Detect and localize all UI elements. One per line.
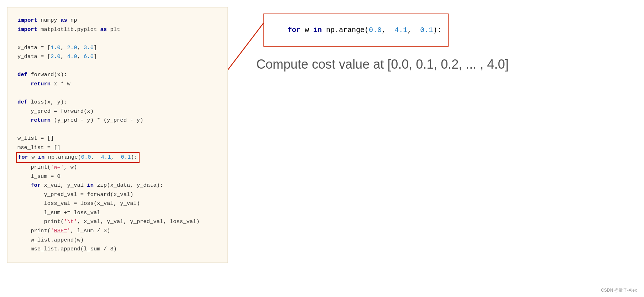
code-line-7: def forward(x): [17,70,218,80]
code-line-11: y_pred = forward(x) [17,107,218,116]
watermark: CSDN @量子-Alex [601,287,637,293]
code-line-10: def loss(x, y): [17,98,218,107]
code-line-21: loss_val = loss(x_val, y_val) [17,199,218,208]
code-line-5: y_data = [2.0, 4.0, 6.0] [17,52,218,62]
code-line-4: x_data = [1.0, 2.0, 3.0] [17,43,218,53]
code-line-15: mse_list = [] [17,143,218,153]
code-line-19: for x_val, y_val in zip(x_data, y_data): [17,181,218,190]
callout-box: for w in np.arange(0.0, 4.1, 0.1): [263,14,449,47]
code-line-22: l_sum += loss_val [17,208,218,218]
code-line-14: w_list = [] [17,134,218,143]
code-line-24: print('MSE=', l_sum / 3) [17,227,218,236]
code-line-2: import matplotlib.pyplot as plt [17,25,218,35]
code-line-18: l_sum = 0 [17,172,218,181]
code-line-9 [17,89,218,98]
code-line-3 [17,34,218,43]
code-line-12: return (y_pred - y) * (y_pred - y) [17,116,218,125]
code-line-17: print('w=', w) [17,163,218,172]
code-line-1: import numpy as np [17,16,218,25]
code-line-8: return x * w [17,80,218,89]
code-line-23: print('\t', x_val, y_val, y_pred_val, lo… [17,217,218,227]
description-text: Compute cost value at [0.0, 0.1, 0.2, ..… [256,57,508,72]
code-line-6 [17,62,218,71]
code-panel: import numpy as np import matplotlib.pyp… [7,7,228,263]
code-line-26: mse_list.append(l_sum / 3) [17,245,218,254]
code-line-13 [17,125,218,134]
code-line-16-highlighted: for w in np.arange(0.0, 4.1, 0.1): [17,152,218,163]
code-line-25: w_list.append(w) [17,236,218,245]
code-line-20: y_pred_val = forward(x_val) [17,190,218,200]
